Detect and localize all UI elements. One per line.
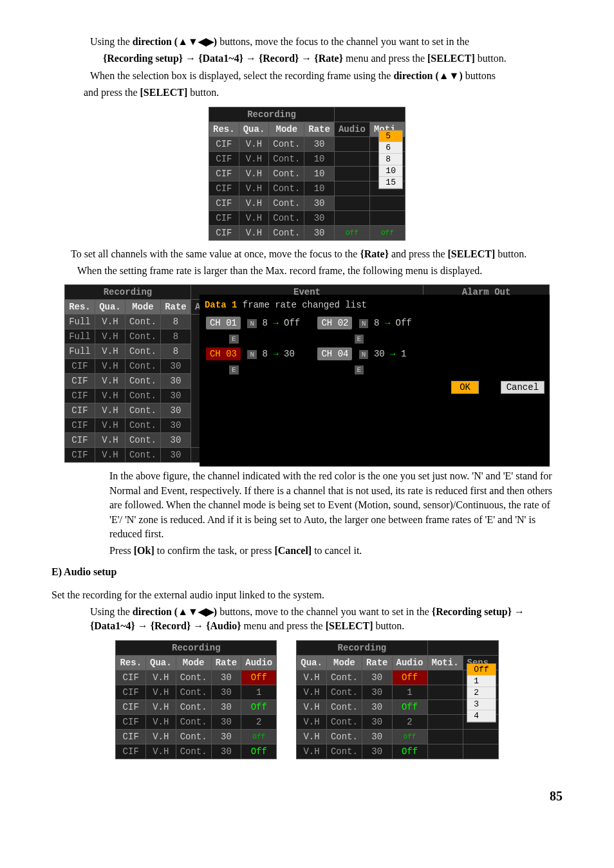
para-audio-intro: Set the recording for the external audio… xyxy=(51,588,563,602)
para-path-1: {Recording setup} → {Data1~4} → {Record}… xyxy=(103,51,563,66)
dialog-title: Data 1 xyxy=(205,300,237,310)
para-ok-cancel: Press [Ok] to confirm the task, or press… xyxy=(109,544,563,558)
para-select-2: and press the [SELECT] button. xyxy=(84,86,563,100)
table1-wrap: Recording Res. Qua. Mode Rate Audio Moti… xyxy=(51,103,563,245)
recording-table-1: Recording Res. Qua. Mode Rate Audio Moti… xyxy=(209,107,405,241)
para-select-1: When the selection box is displayed, sel… xyxy=(90,69,563,83)
ch-03-label: CH 03 xyxy=(206,347,241,360)
table1-title: Recording xyxy=(209,107,335,122)
para-direction-1: Using the direction (▲▼◀▶) buttons, move… xyxy=(90,35,563,49)
ch-04-label: CH 04 xyxy=(317,347,352,360)
ch-02-label: CH 02 xyxy=(317,317,352,329)
audio-tables-wrap: Recording Res. Qua. Mode Rate Audio CIFV… xyxy=(51,636,563,763)
ok-button[interactable]: OK xyxy=(451,381,479,394)
frame-rate-changed-dialog: Data 1 frame rate changed list CH 01 N 8… xyxy=(200,295,550,466)
cancel-button[interactable]: Cancel xyxy=(501,381,544,394)
ch-01-label: CH 01 xyxy=(206,317,241,329)
para-larger-frame: When the setting frame rate is larger th… xyxy=(77,264,563,278)
recording-table-3: Recording Res. Qua. Mode Rate Audio CIFV… xyxy=(115,640,277,759)
page-number: 85 xyxy=(51,789,563,804)
audio-dropdown[interactable]: Off 1 2 3 4 xyxy=(467,663,496,723)
para-explain: In the above figure, the channel indicat… xyxy=(109,469,563,541)
table2-wrap: Recording Event Alarm Out Res. Qua. Mode… xyxy=(51,281,563,466)
rate-dropdown[interactable]: 5 6 8 10 15 xyxy=(378,130,403,189)
section-e-label: E) Audio setup xyxy=(51,566,563,578)
para-all-channels: To set all channels with the same value … xyxy=(71,247,563,261)
para-audio-path: Using the direction (▲▼◀▶) buttons, move… xyxy=(90,605,563,634)
